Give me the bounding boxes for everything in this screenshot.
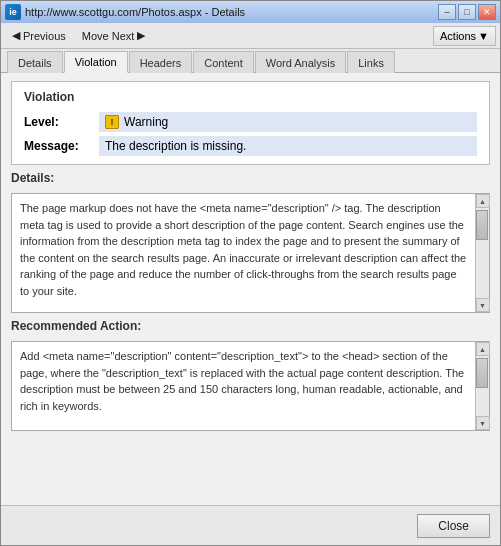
scroll-thumb[interactable] [476, 210, 488, 240]
recommended-scrollbar[interactable]: ▲ ▼ [475, 342, 489, 430]
details-label: Details: [11, 171, 490, 185]
violation-section-title: Violation [24, 90, 477, 104]
previous-label: Previous [23, 30, 66, 42]
recommended-panel: Recommended Action: Add <meta name="desc… [11, 319, 490, 431]
warning-icon: ! [105, 115, 119, 129]
message-label: Message: [24, 139, 99, 153]
message-value: The description is missing. [105, 139, 246, 153]
tab-content-label: Content [204, 57, 243, 69]
move-next-button[interactable]: Move Next ▶ [75, 26, 153, 46]
details-scrollbar[interactable]: ▲ ▼ [475, 194, 489, 312]
tab-violation[interactable]: Violation [64, 51, 128, 73]
rec-scroll-track[interactable] [476, 356, 489, 416]
actions-button[interactable]: Actions ▼ [433, 26, 496, 46]
move-next-label: Move Next [82, 30, 135, 42]
move-next-arrow-icon: ▶ [137, 29, 145, 42]
scroll-up-arrow[interactable]: ▲ [476, 194, 490, 208]
title-bar: ie http://www.scottgu.com/Photos.aspx - … [1, 1, 500, 23]
actions-dropdown-icon: ▼ [478, 30, 489, 42]
tab-headers[interactable]: Headers [129, 51, 193, 73]
scroll-down-arrow[interactable]: ▼ [476, 298, 490, 312]
main-window: ie http://www.scottgu.com/Photos.aspx - … [0, 0, 501, 546]
tab-links-label: Links [358, 57, 384, 69]
scroll-track[interactable] [476, 208, 489, 298]
details-text: The page markup does not have the <meta … [12, 194, 475, 312]
bottom-bar: Close [1, 505, 500, 545]
tab-content[interactable]: Content [193, 51, 254, 73]
details-panel: Details: The page markup does not have t… [11, 171, 490, 313]
recommended-textbox[interactable]: Add <meta name="description" content="de… [11, 341, 490, 431]
tab-details-label: Details [18, 57, 52, 69]
tab-links[interactable]: Links [347, 51, 395, 73]
actions-label: Actions [440, 30, 476, 42]
recommended-label: Recommended Action: [11, 319, 490, 333]
level-row: Level: ! Warning [24, 112, 477, 132]
content-area: Violation Level: ! Warning Message: The … [1, 73, 500, 505]
toolbar-left: ◀ Previous Move Next ▶ [5, 26, 152, 46]
toolbar: ◀ Previous Move Next ▶ Actions ▼ [1, 23, 500, 49]
tab-word-analysis[interactable]: Word Analysis [255, 51, 347, 73]
title-bar-left: ie http://www.scottgu.com/Photos.aspx - … [5, 4, 245, 20]
details-textbox[interactable]: The page markup does not have the <meta … [11, 193, 490, 313]
app-icon: ie [5, 4, 21, 20]
tab-details[interactable]: Details [7, 51, 63, 73]
title-bar-controls: – □ ✕ [438, 4, 496, 20]
previous-arrow-icon: ◀ [12, 29, 20, 42]
violation-panel: Violation Level: ! Warning Message: The … [11, 81, 490, 165]
level-label: Level: [24, 115, 99, 129]
rec-scroll-thumb[interactable] [476, 358, 488, 388]
tab-headers-label: Headers [140, 57, 182, 69]
previous-button[interactable]: ◀ Previous [5, 26, 73, 46]
window-title: http://www.scottgu.com/Photos.aspx - Det… [25, 6, 245, 18]
toolbar-right: Actions ▼ [433, 26, 496, 46]
message-value-box: The description is missing. [99, 136, 477, 156]
close-dialog-button[interactable]: Close [417, 514, 490, 538]
level-value: Warning [124, 115, 168, 129]
maximize-button[interactable]: □ [458, 4, 476, 20]
tab-violation-label: Violation [75, 56, 117, 68]
window-close-button[interactable]: ✕ [478, 4, 496, 20]
minimize-button[interactable]: – [438, 4, 456, 20]
message-row: Message: The description is missing. [24, 136, 477, 156]
recommended-text: Add <meta name="description" content="de… [12, 342, 475, 430]
rec-scroll-down-arrow[interactable]: ▼ [476, 416, 490, 430]
tab-word-analysis-label: Word Analysis [266, 57, 336, 69]
level-value-box: ! Warning [99, 112, 477, 132]
tabs-bar: Details Violation Headers Content Word A… [1, 49, 500, 73]
rec-scroll-up-arrow[interactable]: ▲ [476, 342, 490, 356]
